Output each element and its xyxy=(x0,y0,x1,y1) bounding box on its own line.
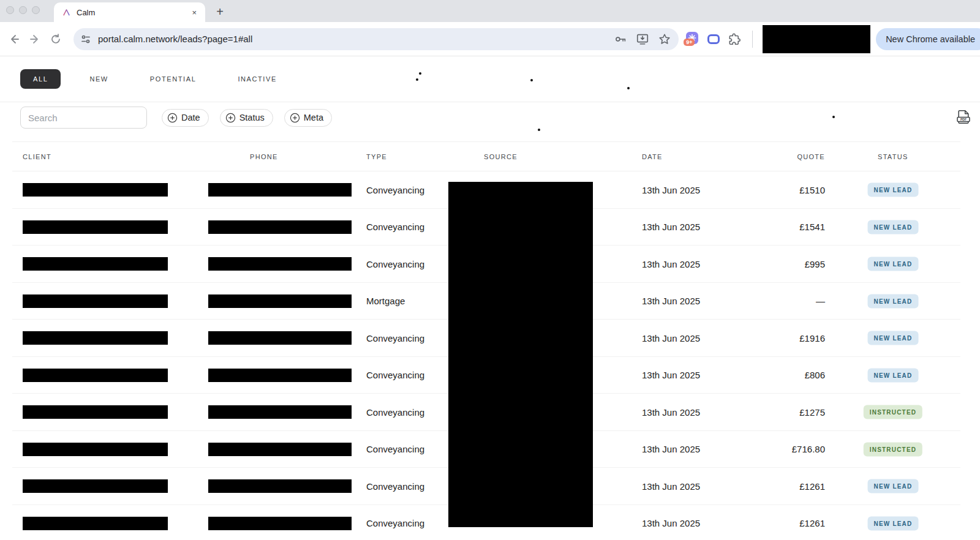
plus-circle-icon xyxy=(290,113,300,123)
password-key-icon[interactable] xyxy=(614,32,627,46)
status-badge: NEW LEAD xyxy=(868,479,919,493)
phone-cell-redacted xyxy=(208,369,352,382)
search-input[interactable] xyxy=(20,107,147,129)
browser-tab-strip: Calm × + xyxy=(0,0,980,22)
quote-cell: £1261 xyxy=(799,505,825,540)
quote-cell: £1275 xyxy=(799,394,825,431)
type-cell: Conveyancing xyxy=(366,431,424,468)
url-text[interactable]: portal.calm.network/leads?page=1#all xyxy=(98,34,614,44)
client-cell-redacted xyxy=(23,331,168,345)
tab-close-icon[interactable]: × xyxy=(189,8,199,17)
artifact-dot xyxy=(530,79,533,81)
status-badge: NEW LEAD xyxy=(868,183,919,197)
extension-icon-starburst[interactable]: 9+ xyxy=(685,32,699,47)
tab-all[interactable]: ALL xyxy=(20,69,61,89)
tab-title: Calm xyxy=(77,8,189,17)
site-info-icon[interactable] xyxy=(80,33,92,45)
window-minimize-button[interactable] xyxy=(19,6,27,14)
window-controls[interactable] xyxy=(6,6,40,14)
header-source[interactable]: SOURCE xyxy=(484,141,518,171)
window-maximize-button[interactable] xyxy=(32,6,40,14)
artifact-dot xyxy=(627,87,630,89)
status-badge: INSTRUCTED xyxy=(864,405,922,419)
date-cell: 13th Jun 2025 xyxy=(642,468,700,505)
install-app-icon[interactable] xyxy=(636,32,649,46)
type-cell: Conveyancing xyxy=(366,209,424,246)
window-close-button[interactable] xyxy=(6,6,14,14)
header-status[interactable]: STATUS xyxy=(878,141,908,171)
tab-inactive[interactable]: INACTIVE xyxy=(225,69,290,89)
artifact-dot xyxy=(419,72,421,75)
type-cell: Conveyancing xyxy=(366,320,424,357)
leads-page: ALL NEW POTENTIAL INACTIVE Date Status M… xyxy=(0,56,980,540)
forward-icon[interactable] xyxy=(24,29,45,50)
type-cell: Mortgage xyxy=(366,283,405,320)
status-filter-button[interactable]: Status xyxy=(220,109,273,127)
quote-cell: £806 xyxy=(805,357,825,394)
plus-circle-icon xyxy=(225,113,236,123)
meta-filter-button[interactable]: Meta xyxy=(284,109,332,127)
phone-cell-redacted xyxy=(208,257,352,271)
meta-filter-label: Meta xyxy=(304,113,323,122)
date-cell: 13th Jun 2025 xyxy=(642,171,700,209)
type-cell: Conveyancing xyxy=(366,394,424,431)
quote-cell: £1510 xyxy=(799,171,825,209)
status-badge: NEW LEAD xyxy=(868,331,919,345)
phone-cell-redacted xyxy=(208,183,352,197)
header-type[interactable]: TYPE xyxy=(366,141,387,171)
date-filter-button[interactable]: Date xyxy=(162,109,209,127)
quote-cell: £1916 xyxy=(799,320,825,357)
address-bar[interactable]: portal.calm.network/leads?page=1#all xyxy=(74,28,679,50)
header-client[interactable]: CLIENT xyxy=(23,141,51,171)
type-cell: Conveyancing xyxy=(366,171,424,209)
bookmark-star-icon[interactable] xyxy=(658,32,671,46)
extension-badge: 9+ xyxy=(684,39,695,46)
header-date[interactable]: DATE xyxy=(642,141,663,171)
date-cell: 13th Jun 2025 xyxy=(642,431,700,468)
header-phone[interactable]: PHONE xyxy=(250,141,278,171)
type-cell: Conveyancing xyxy=(366,357,424,394)
tab-potential[interactable]: POTENTIAL xyxy=(137,69,209,89)
chrome-update-button[interactable]: New Chrome available xyxy=(876,28,980,50)
type-cell: Conveyancing xyxy=(366,505,424,540)
reload-icon[interactable] xyxy=(45,29,66,50)
source-column-redacted xyxy=(448,182,593,527)
header-quote[interactable]: QUOTE xyxy=(797,141,825,171)
client-cell-redacted xyxy=(23,405,168,419)
client-cell-redacted xyxy=(23,369,168,382)
table-header: CLIENT PHONE TYPE SOURCE DATE QUOTE STAT… xyxy=(0,141,980,171)
artifact-dot xyxy=(416,78,418,81)
browser-tab-calm[interactable]: Calm × xyxy=(54,2,205,22)
section-divider xyxy=(0,102,980,102)
quote-cell: £1261 xyxy=(799,468,825,505)
export-pdf-icon[interactable]: PDF xyxy=(954,108,973,126)
status-badge: NEW LEAD xyxy=(868,516,919,530)
profile-redacted[interactable] xyxy=(763,25,870,53)
date-cell: 13th Jun 2025 xyxy=(642,209,700,246)
phone-cell-redacted xyxy=(208,517,352,530)
date-cell: 13th Jun 2025 xyxy=(642,357,700,394)
artifact-dot xyxy=(538,129,540,131)
svg-text:PDF: PDF xyxy=(960,118,967,121)
date-filter-label: Date xyxy=(181,113,200,122)
status-filter-label: Status xyxy=(239,113,265,122)
browser-toolbar: portal.calm.network/leads?page=1#all xyxy=(0,22,980,56)
site-favicon xyxy=(62,8,71,17)
type-cell: Conveyancing xyxy=(366,468,424,505)
back-icon[interactable] xyxy=(4,29,24,50)
quote-cell: £995 xyxy=(805,246,825,283)
status-badge: NEW LEAD xyxy=(868,220,919,234)
phone-cell-redacted xyxy=(208,294,352,308)
tab-new[interactable]: NEW xyxy=(77,69,121,89)
artifact-dot xyxy=(832,116,835,118)
quote-cell: £716.80 xyxy=(792,431,825,468)
status-badge: INSTRUCTED xyxy=(864,442,922,456)
extension-icon-blue-ring[interactable] xyxy=(707,34,720,44)
client-cell-redacted xyxy=(23,220,168,234)
status-badge: NEW LEAD xyxy=(868,257,919,271)
new-tab-button[interactable]: + xyxy=(211,3,229,20)
phone-cell-redacted xyxy=(208,220,352,234)
phone-cell-redacted xyxy=(208,443,352,456)
extensions-puzzle-icon[interactable] xyxy=(728,32,741,46)
client-cell-redacted xyxy=(23,294,168,308)
